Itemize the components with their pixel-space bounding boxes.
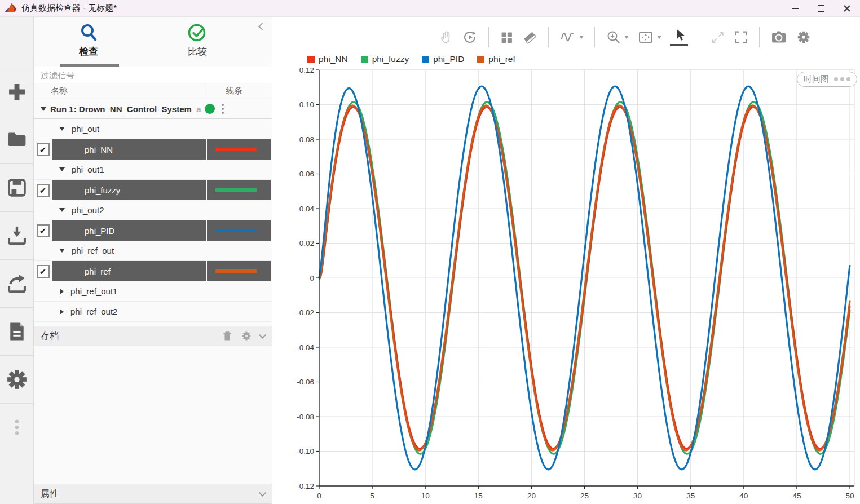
svg-text:35: 35 — [686, 492, 695, 500]
time-plot[interactable]: -0.12-0.10-0.08-0.06-0.04-0.0200.020.040… — [272, 17, 859, 504]
archive-settings-gear-icon[interactable] — [241, 330, 252, 342]
signal-panel: 检查 比较 名称 线条 Run 1: Drown_NN_Control_Syst… — [34, 17, 272, 504]
close-button[interactable] — [834, 0, 860, 16]
open-button[interactable] — [0, 116, 33, 163]
caret-down-icon[interactable] — [59, 249, 65, 253]
tree-row-phi-pid[interactable]: phi_PID — [34, 220, 272, 241]
phi-ref-checkbox[interactable] — [37, 265, 50, 278]
phi-fuzzy-checkbox[interactable] — [37, 184, 50, 197]
svg-text:0.02: 0.02 — [299, 239, 314, 247]
svg-text:0: 0 — [317, 492, 321, 500]
phi-nn-line-style[interactable] — [207, 139, 271, 160]
svg-text:15: 15 — [474, 492, 483, 500]
save-icon — [5, 175, 29, 200]
caret-down-icon[interactable] — [59, 127, 65, 131]
phi-fuzzy-line-style[interactable] — [207, 180, 271, 200]
folder-icon — [5, 127, 29, 152]
tree-row-phi-ref-out2[interactable]: phi_ref_out2 — [34, 302, 272, 322]
chart-panel: phi_NN phi_fuzzy phi_PID phi_ref 时间图 -0.… — [272, 17, 860, 504]
run-status-dot — [205, 104, 215, 114]
properties-section-header[interactable]: 属性 — [34, 484, 272, 504]
minimize-icon — [792, 8, 799, 9]
svg-text:50: 50 — [845, 492, 854, 500]
caret-down-icon[interactable] — [59, 208, 65, 212]
caret-right-icon[interactable] — [60, 309, 64, 315]
gear-icon — [4, 366, 30, 392]
tree-row-phi-out[interactable]: phi_out — [34, 119, 272, 139]
phi-nn-checkbox[interactable] — [37, 143, 50, 156]
phi-ref-line-style[interactable] — [207, 261, 271, 281]
tree-row-phi-ref-out1[interactable]: phi_ref_out1 — [34, 281, 272, 302]
save-button[interactable] — [0, 163, 33, 211]
svg-text:45: 45 — [792, 492, 801, 500]
run-caret-down-icon[interactable] — [41, 107, 46, 111]
filter-signals-input[interactable] — [34, 67, 272, 83]
badge-menu-dots-icon[interactable] — [834, 77, 850, 81]
column-header-name: 名称 — [34, 86, 206, 96]
svg-text:10: 10 — [421, 492, 430, 500]
properties-collapse-chevron-icon[interactable] — [259, 489, 266, 497]
signal-tree: phi_out phi_NN phi_out1 phi_fuzzy phi_ou… — [34, 119, 272, 322]
document-icon — [5, 319, 29, 344]
tree-row-phi-out1[interactable]: phi_out1 — [34, 160, 272, 180]
tree-row-phi-ref-out[interactable]: phi_ref_out — [34, 241, 272, 261]
export-icon — [5, 271, 29, 296]
svg-text:-0.06: -0.06 — [297, 378, 314, 386]
maximize-button[interactable] — [808, 0, 834, 16]
plus-icon — [5, 79, 29, 104]
svg-text:0.12: 0.12 — [299, 66, 314, 74]
tab-inspect-label: 检查 — [79, 45, 98, 58]
run-label-truncated: _a — [192, 104, 201, 114]
search-icon — [78, 23, 99, 43]
kebab-menu-icon — [5, 415, 29, 440]
maximize-icon — [818, 5, 824, 12]
run-menu-button[interactable] — [222, 104, 224, 114]
svg-text:-0.12: -0.12 — [297, 482, 314, 490]
archive-label: 存档 — [41, 330, 59, 342]
svg-text:-0.02: -0.02 — [297, 308, 314, 317]
svg-text:0: 0 — [310, 274, 314, 282]
properties-label: 属性 — [41, 488, 59, 500]
svg-text:25: 25 — [580, 492, 589, 500]
svg-text:-0.04: -0.04 — [297, 343, 314, 352]
tree-row-phi-ref[interactable]: phi_ref — [34, 261, 272, 281]
preferences-button[interactable] — [0, 355, 33, 403]
check-circle-icon — [187, 23, 208, 43]
run-label: Run 1: Drown_NN_Control_System — [50, 104, 192, 114]
minimize-button[interactable] — [782, 0, 808, 16]
tab-inspect[interactable]: 检查 — [46, 23, 131, 58]
caret-right-icon[interactable] — [60, 289, 64, 294]
left-toolbar — [0, 17, 34, 504]
import-icon — [5, 223, 29, 248]
tree-row-phi-nn[interactable]: phi_NN — [34, 139, 272, 160]
add-run-button[interactable] — [0, 68, 33, 116]
report-button[interactable] — [0, 307, 33, 355]
export-button[interactable] — [0, 259, 33, 307]
filter-row — [34, 67, 272, 83]
panel-tabs: 检查 比较 — [34, 17, 272, 67]
close-icon — [843, 5, 851, 12]
trash-icon[interactable] — [222, 330, 233, 342]
tree-row-phi-out2[interactable]: phi_out2 — [34, 200, 272, 220]
phi-pid-checkbox[interactable] — [37, 224, 50, 237]
svg-text:20: 20 — [527, 492, 536, 500]
plot-type-badge[interactable]: 时间图 — [797, 72, 857, 87]
phi-pid-line-style[interactable] — [207, 220, 271, 241]
run-row[interactable]: Run 1: Drown_NN_Control_System_a — [34, 99, 272, 119]
tree-row-phi-fuzzy[interactable]: phi_fuzzy — [34, 180, 272, 200]
column-header-line: 线条 — [206, 83, 272, 99]
svg-text:0.06: 0.06 — [299, 170, 314, 178]
svg-text:-0.08: -0.08 — [297, 413, 314, 421]
tab-compare-label: 比较 — [188, 45, 207, 58]
import-button[interactable] — [0, 211, 33, 259]
archive-collapse-chevron-icon[interactable] — [259, 331, 266, 339]
archive-section-header[interactable]: 存档 — [34, 326, 272, 346]
svg-text:0.10: 0.10 — [299, 100, 314, 109]
tab-compare[interactable]: 比较 — [155, 23, 240, 58]
more-options-button[interactable] — [0, 403, 33, 451]
svg-text:0.04: 0.04 — [299, 205, 315, 213]
archive-body — [34, 346, 272, 484]
collapse-panel-icon[interactable] — [258, 23, 266, 30]
caret-down-icon[interactable] — [59, 167, 65, 171]
matlab-logo-icon — [5, 2, 17, 15]
